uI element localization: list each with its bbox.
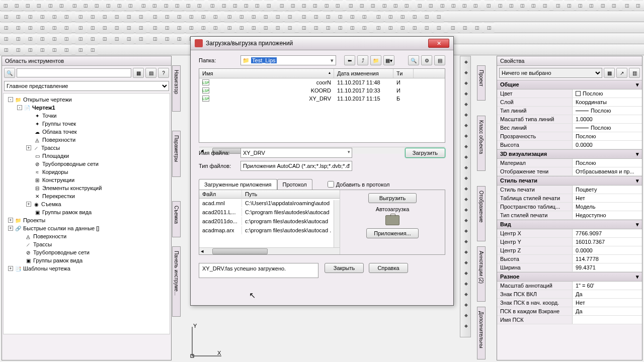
toolbar-button[interactable]: ◫: [236, 23, 247, 33]
file-list[interactable]: Имя▴ Дата изменения Ти LSPcoorN11.10.201…: [199, 68, 445, 143]
vtab-toolpanel[interactable]: Панель инструме...: [172, 246, 181, 317]
props-row[interactable]: Вес линийПослою: [497, 124, 642, 132]
vtool-button[interactable]: ◆: [461, 257, 471, 267]
toolbar-button[interactable]: ◫: [49, 34, 60, 44]
tree-toggle-icon[interactable]: -: [8, 97, 13, 102]
tree-toggle-icon[interactable]: -: [17, 105, 22, 110]
toolspace-search-input[interactable]: [17, 68, 131, 77]
props-value[interactable]: Нет: [573, 194, 642, 202]
toolbar-button[interactable]: ◫: [230, 1, 240, 11]
load-button[interactable]: Загрузить: [405, 148, 445, 158]
toolbar-button[interactable]: ◫: [13, 23, 24, 33]
toolspace-btn-1[interactable]: ▦: [133, 68, 144, 78]
toolbar-button[interactable]: ◫: [397, 12, 408, 22]
vtab-annot[interactable]: Аннотации (2): [477, 246, 486, 302]
props-row[interactable]: Масштаб аннотаций1" = 60': [497, 282, 642, 290]
toolbar-button[interactable]: ◫: [174, 23, 185, 33]
col-path[interactable]: Путь: [242, 190, 340, 198]
file-row[interactable]: LSPXY_DRV11.10.2017 11:15Б: [199, 95, 445, 103]
vtool-button[interactable]: ◆: [461, 236, 471, 246]
props-btn-3[interactable]: ▥: [629, 68, 640, 78]
toolbar-button[interactable]: ◫: [529, 1, 539, 11]
vtab-survey[interactable]: Съемка: [172, 201, 181, 237]
vtab-extra[interactable]: Дополнительны: [477, 307, 486, 359]
toolbar-button[interactable]: ◫: [69, 1, 79, 11]
vtool-button[interactable]: ◆: [461, 99, 471, 109]
toolbar-button[interactable]: ◫: [123, 12, 134, 22]
props-row[interactable]: Центр Z0.0000: [497, 246, 642, 255]
tab-loaded[interactable]: Загруженные приложения: [199, 179, 277, 190]
vtab-project[interactable]: Проект: [477, 65, 486, 101]
help-icon[interactable]: ?: [158, 68, 169, 78]
tree-item[interactable]: ≈Коридоры: [7, 168, 167, 176]
vtool-button[interactable]: ◆: [461, 141, 471, 151]
props-row[interactable]: Масштаб типа линий1.0000: [497, 115, 642, 124]
toolbar-button[interactable]: ◫: [123, 23, 134, 33]
toolbar-button[interactable]: ◫: [162, 23, 173, 33]
toolspace-view-combo[interactable]: Главное представление: [4, 81, 169, 91]
toolbar-button[interactable]: ◫: [609, 1, 619, 11]
vtool-button[interactable]: ◆: [461, 78, 471, 88]
toolbar-button[interactable]: ◫: [25, 12, 36, 22]
toolbar-button[interactable]: ◫: [459, 23, 470, 33]
toolbar-button[interactable]: ◫: [81, 1, 91, 11]
toolbar-button[interactable]: ◫: [622, 1, 632, 11]
toolbar-button[interactable]: ◫: [260, 23, 271, 33]
toolbar-button[interactable]: ◫: [359, 12, 370, 22]
toolbar-button[interactable]: ◫: [25, 34, 36, 44]
props-value[interactable]: Да: [573, 307, 642, 315]
toolbar-button[interactable]: ◫: [149, 12, 160, 22]
toolbar-button[interactable]: ◫: [347, 23, 358, 33]
toolbar-button[interactable]: ◫: [161, 1, 171, 11]
toolbar-button[interactable]: ◫: [335, 23, 346, 33]
vtab-params[interactable]: Параметры: [172, 131, 181, 177]
vtool-button[interactable]: ◆: [461, 162, 471, 172]
vtool-button[interactable]: ◆: [461, 110, 471, 120]
vtool-button[interactable]: ◆: [461, 184, 471, 194]
col-type[interactable]: Ти: [393, 69, 414, 78]
tree-toggle-icon[interactable]: +: [26, 202, 31, 207]
toolbar-button[interactable]: ◫: [598, 1, 608, 11]
toolbar-button[interactable]: ◫: [299, 1, 309, 11]
properties-selection-combo[interactable]: Ничего не выбрано: [499, 68, 602, 78]
tree-item[interactable]: ▣Группы рамок вида: [7, 208, 167, 216]
loaded-row[interactable]: acad2011do...c:\program files\autodesk\a…: [199, 217, 340, 226]
toolbar-button[interactable]: ◫: [87, 34, 98, 44]
col-file[interactable]: Файл: [199, 190, 242, 198]
toolbar-button[interactable]: ◫: [397, 23, 408, 33]
vtool-button[interactable]: ◆: [461, 321, 471, 331]
vtool-button[interactable]: ◆: [461, 279, 471, 289]
vtool-button[interactable]: ◆: [461, 247, 471, 257]
toolbar-button[interactable]: ◫: [390, 1, 400, 11]
tree-item[interactable]: +📑Шаблоны чертежа: [7, 264, 167, 273]
toolbar-button[interactable]: ◫: [576, 1, 586, 11]
toolbar-button[interactable]: ◫: [321, 1, 332, 11]
toolbar-button[interactable]: ◫: [357, 1, 367, 11]
loaded-row[interactable]: acad2011.L...C:\program files\autodesk\a…: [199, 208, 340, 217]
toolbar-button[interactable]: ◫: [421, 12, 432, 22]
toolbar-button[interactable]: ◫: [347, 12, 358, 22]
props-section-header[interactable]: Стиль печати▾: [497, 176, 642, 186]
vtool-button[interactable]: ◆: [461, 215, 471, 225]
toolbar-button[interactable]: ◫: [484, 23, 495, 33]
toolbar-button[interactable]: ◫: [210, 12, 221, 22]
toolbar-button[interactable]: ◫: [1, 23, 12, 33]
toolbar-button[interactable]: ◫: [49, 12, 60, 22]
tree-toggle-icon[interactable]: +: [8, 266, 13, 271]
toolbar-button[interactable]: ◫: [37, 12, 48, 22]
toolbar-button[interactable]: ◫: [1, 34, 12, 44]
props-value[interactable]: 0.0000: [573, 246, 642, 254]
views-icon[interactable]: ▦▾: [383, 55, 394, 65]
vtool-button[interactable]: ◆: [461, 205, 471, 215]
toolbar-button[interactable]: ◫: [242, 1, 252, 11]
toolbar-button[interactable]: ◫: [433, 23, 444, 33]
toolbar-button[interactable]: ◫: [260, 12, 271, 22]
tree-item[interactable]: ⟋Трассы: [7, 240, 167, 248]
list-icon[interactable]: ▤: [434, 55, 445, 65]
toolbar-button[interactable]: ◫: [1, 1, 11, 11]
props-value[interactable]: 1.0000: [573, 115, 642, 123]
toolbar-button[interactable]: ◫: [75, 23, 86, 33]
loaded-scrollbar[interactable]: ◂: [199, 247, 340, 254]
find-icon[interactable]: 🔍: [408, 55, 419, 65]
loaded-row[interactable]: acadmap.arxc:\program files\autodesk\aut…: [199, 226, 340, 235]
